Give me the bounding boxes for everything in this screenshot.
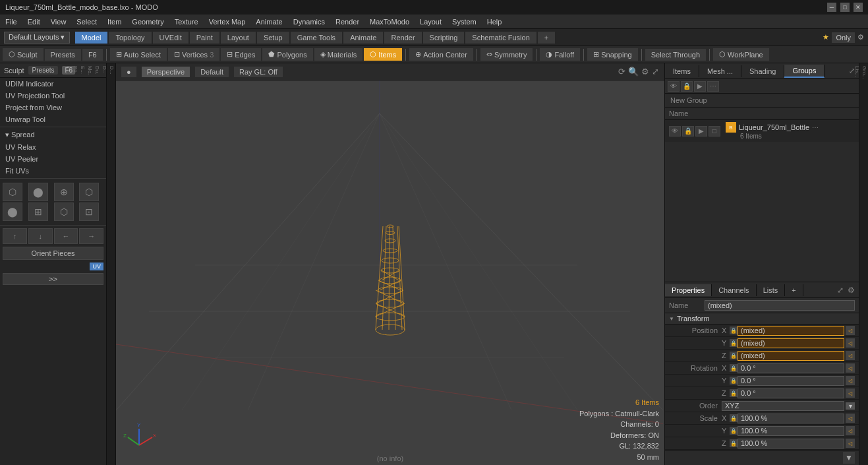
side-label-5[interactable]: E... — [79, 63, 86, 465]
side-label-1[interactable]: D... — [108, 63, 115, 465]
minimize-button[interactable]: ─ — [827, 3, 836, 12]
menu-texture[interactable]: Texture — [169, 16, 204, 27]
position-x-lock[interactable]: 🔒 — [730, 326, 738, 334]
transform-header[interactable]: Transform — [665, 313, 859, 325]
scale-y-lock[interactable]: 🔒 — [730, 427, 738, 435]
item-row-bottle[interactable]: 👁 🔒 ▶ □ B Liqueur_750ml_Bottle ⋯ 6 Items — [665, 120, 859, 142]
rotation-z-value[interactable]: 0.0 ° — [738, 388, 844, 398]
tab-shading[interactable]: Shading — [741, 65, 784, 77]
menu-vertexmap[interactable]: Vertex Map — [204, 16, 251, 27]
tool-icon-6[interactable]: ⊞ — [28, 202, 48, 221]
viewport-raygl-button[interactable]: Ray GL: Off — [234, 67, 283, 77]
tool-icon-1[interactable]: ⬡ — [3, 183, 22, 201]
tab-layout[interactable]: Layout — [221, 32, 256, 44]
props-name-input[interactable]: (mixed) — [705, 300, 855, 311]
menu-file[interactable]: File — [0, 16, 22, 27]
menu-dynamics[interactable]: Dynamics — [288, 16, 330, 27]
auto-select-button[interactable]: ⊞ Auto Select — [110, 48, 167, 61]
vertices-button[interactable]: ⊡ Vertices 3 — [168, 48, 219, 61]
arrow-up-button[interactable]: ↑ — [3, 228, 27, 244]
rotation-z-lock[interactable]: 🔒 — [730, 389, 738, 397]
rotation-x-lock[interactable]: 🔒 — [730, 364, 738, 372]
materials-button[interactable]: ◈ Materials — [314, 48, 363, 61]
default-layouts-dropdown[interactable]: Default Layouts ▾ — [4, 32, 70, 44]
action-center-button[interactable]: ⊕ Action Center — [409, 48, 473, 61]
right-label-2[interactable]: Lis... — [854, 63, 861, 465]
viewport-rotate-icon[interactable]: ⟳ — [618, 67, 625, 77]
snapping-button[interactable]: ⊞ Snapping — [587, 48, 638, 61]
scale-y-value[interactable]: 100.0 % — [738, 426, 844, 436]
tab-paint[interactable]: Paint — [190, 32, 219, 44]
arrow-down-button[interactable]: ↓ — [28, 228, 53, 244]
scale-x-value[interactable]: 100.0 % — [738, 414, 844, 423]
viewport-settings-icon[interactable]: ⚙ — [641, 67, 649, 77]
viewport-expand-icon[interactable]: ⤢ — [652, 67, 659, 77]
tab-scripting[interactable]: Scripting — [423, 32, 465, 44]
tab-schematic[interactable]: Schematic Fusion — [465, 32, 536, 44]
props-tab-add[interactable]: + — [785, 284, 803, 296]
tab-items[interactable]: Items — [665, 65, 699, 77]
tool-icon-5[interactable]: ⬤ — [3, 202, 22, 221]
item-eye[interactable]: 👁 — [669, 126, 681, 137]
tab-mesh[interactable]: Mesh ... — [699, 65, 741, 77]
viewport-shading-button[interactable]: Default — [195, 67, 229, 77]
item-render[interactable]: ▶ — [695, 126, 707, 137]
position-z-value[interactable]: (mixed) — [738, 351, 844, 361]
scale-z-lock[interactable]: 🔒 — [730, 439, 738, 447]
position-x-value[interactable]: (mixed) — [738, 326, 844, 336]
menu-layout[interactable]: Layout — [415, 16, 447, 27]
position-y-lock[interactable]: 🔒 — [730, 339, 738, 347]
tab-gametools[interactable]: Game Tools — [291, 32, 343, 44]
rotation-y-value[interactable]: 0.0 ° — [738, 376, 844, 386]
close-button[interactable]: ✕ — [854, 3, 863, 12]
menu-maxtomodo[interactable]: MaxToModo — [364, 16, 415, 27]
only-button[interactable]: Only — [832, 32, 855, 43]
side-label-6[interactable]: Po. — [72, 63, 79, 465]
menu-geometry[interactable]: Geometry — [127, 16, 169, 27]
menu-help[interactable]: Help — [482, 16, 507, 27]
menu-select[interactable]: Select — [71, 16, 102, 27]
select-through-button[interactable]: Select Through — [645, 49, 706, 61]
tab-uvedit[interactable]: UVEdit — [153, 32, 188, 44]
menu-edit[interactable]: Edit — [22, 16, 45, 27]
menu-animate[interactable]: Animate — [250, 16, 287, 27]
viewport-perspective-button[interactable]: Perspective — [142, 67, 190, 77]
props-tab-channels[interactable]: Channels — [712, 284, 756, 296]
edges-button[interactable]: ⊟ Edges — [221, 48, 261, 61]
item-extra[interactable]: □ — [709, 126, 720, 137]
menu-item[interactable]: Item — [102, 16, 127, 27]
menu-view[interactable]: View — [45, 16, 72, 27]
items-extra-button[interactable]: ⋯ — [707, 81, 719, 92]
f6-button[interactable]: F6 — [82, 49, 103, 61]
symmetry-button[interactable]: ⇔ Symmetry — [480, 48, 533, 61]
sculpt-mode-button[interactable]: ⬡ Sculpt — [3, 48, 43, 61]
position-y-value[interactable]: (mixed) — [738, 338, 844, 348]
scale-x-lock[interactable]: 🔒 — [730, 414, 738, 422]
scale-z-value[interactable]: 100.0 % — [738, 439, 844, 449]
presets-label[interactable]: Presets — [28, 66, 59, 75]
item-lock[interactable]: 🔒 — [682, 126, 694, 137]
tool-icon-2[interactable]: ⬤ — [28, 183, 48, 201]
items-eye-button[interactable]: 👁 — [668, 81, 680, 92]
side-label-7[interactable]: C... — [65, 63, 72, 465]
menu-system[interactable]: System — [447, 16, 482, 27]
tab-setup[interactable]: Setup — [257, 32, 289, 44]
tab-topology[interactable]: Topology — [109, 32, 151, 44]
props-expand-icon[interactable]: ⤢ — [836, 284, 845, 296]
rotation-y-lock[interactable]: 🔒 — [730, 377, 738, 385]
falloff-button[interactable]: ◑ Falloff — [540, 48, 580, 61]
props-tab-properties[interactable]: Properties — [665, 284, 712, 296]
maximize-button[interactable]: □ — [840, 3, 850, 12]
tab-model[interactable]: Model — [75, 32, 108, 44]
items-lock-button[interactable]: 🔒 — [681, 81, 693, 92]
side-label-2[interactable]: D.. — [101, 63, 108, 465]
gear-icon[interactable]: ⚙ — [857, 33, 864, 42]
viewport-zoom-icon[interactable]: 🔍 — [628, 67, 639, 77]
menu-render[interactable]: Render — [330, 16, 364, 27]
items-button[interactable]: ⬡ Items — [364, 48, 402, 61]
right-label-1[interactable]: Gro... — [861, 63, 868, 465]
presets-button[interactable]: Presets — [45, 49, 81, 61]
rotation-x-value[interactable]: 0.0 ° — [738, 363, 844, 373]
polygons-button[interactable]: ⬟ Polygons — [262, 48, 312, 61]
items-render-button[interactable]: ▶ — [694, 81, 706, 92]
